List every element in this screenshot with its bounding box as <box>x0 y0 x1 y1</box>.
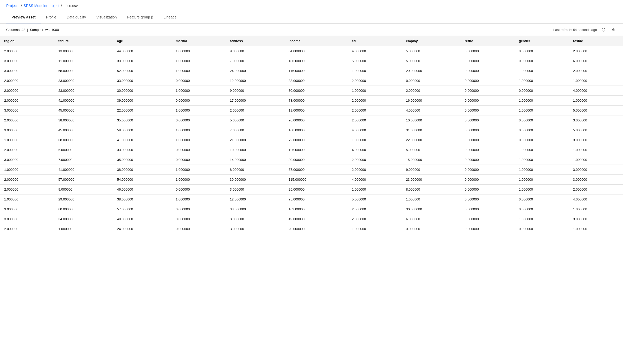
cell-r8-c4: 7.000000 <box>226 125 284 135</box>
col-header-marital: marital <box>171 36 226 46</box>
cell-r2-c10: 2.000000 <box>569 66 623 76</box>
toolbar: Columns: 42 | Sample rows: 1000 Last ref… <box>0 24 623 36</box>
cell-r18-c3: 0.000000 <box>171 224 226 234</box>
cell-r0-c6: 4.000000 <box>348 46 402 56</box>
table-row: 2.00000057.00000054.0000001.00000030.000… <box>0 175 623 185</box>
data-table: regiontenureagemaritaladdressincomeedemp… <box>0 36 623 234</box>
cell-r9-c4: 21.000000 <box>226 135 284 145</box>
cell-r10-c7: 5.000000 <box>402 145 461 155</box>
cell-r10-c4: 10.000000 <box>226 145 284 155</box>
cell-r0-c2: 44.000000 <box>113 46 172 56</box>
cell-r3-c9: 1.000000 <box>515 76 569 86</box>
cell-r15-c9: 0.000000 <box>515 194 569 204</box>
cell-r6-c8: 0.000000 <box>461 106 515 115</box>
cell-r3-c10: 1.000000 <box>569 76 623 86</box>
cell-r11-c1: 7.000000 <box>54 155 113 165</box>
cell-r18-c7: 3.000000 <box>402 224 461 234</box>
cell-r14-c7: 8.000000 <box>402 185 461 194</box>
download-button[interactable] <box>610 26 617 33</box>
table-row: 3.0000007.00000035.0000000.00000014.0000… <box>0 155 623 165</box>
tab-dataquality[interactable]: Data quality <box>61 11 91 23</box>
cell-r16-c7: 30.000000 <box>402 204 461 214</box>
data-table-container: regiontenureagemaritaladdressincomeedemp… <box>0 36 623 234</box>
cell-r16-c10: 1.000000 <box>569 204 623 214</box>
cell-r6-c10: 5.000000 <box>569 106 623 115</box>
cell-r17-c0: 3.000000 <box>0 214 54 224</box>
cell-r8-c2: 59.000000 <box>113 125 172 135</box>
table-row: 2.00000038.00000035.0000000.0000005.0000… <box>0 115 623 125</box>
cell-r6-c5: 19.000000 <box>284 106 348 115</box>
cell-r2-c4: 24.000000 <box>226 66 284 76</box>
breadcrumb-projects[interactable]: Projects <box>6 4 20 8</box>
cell-r14-c0: 2.000000 <box>0 185 54 194</box>
table-row: 1.00000029.00000038.0000001.00000012.000… <box>0 194 623 204</box>
tab-lineage[interactable]: Lineage <box>158 11 182 23</box>
cell-r9-c7: 22.000000 <box>402 135 461 145</box>
table-row: 3.00000068.00000052.0000001.00000024.000… <box>0 66 623 76</box>
cell-r14-c3: 0.000000 <box>171 185 226 194</box>
tab-featuregroup[interactable]: Feature group β <box>122 11 158 23</box>
cell-r18-c9: 0.000000 <box>515 224 569 234</box>
cell-r11-c3: 0.000000 <box>171 155 226 165</box>
tab-visualization[interactable]: Visualization <box>91 11 122 23</box>
cell-r8-c0: 3.000000 <box>0 125 54 135</box>
cell-r12-c1: 41.000000 <box>54 165 113 175</box>
cell-r4-c2: 30.000000 <box>113 86 172 96</box>
cell-r16-c2: 57.000000 <box>113 204 172 214</box>
cell-r1-c0: 3.000000 <box>0 56 54 66</box>
cell-r5-c6: 2.000000 <box>348 96 402 106</box>
cell-r14-c1: 9.000000 <box>54 185 113 194</box>
col-header-reside: reside <box>569 36 623 46</box>
cell-r15-c2: 38.000000 <box>113 194 172 204</box>
columns-value: 42 <box>22 28 25 32</box>
cell-r15-c0: 1.000000 <box>0 194 54 204</box>
cell-r5-c8: 0.000000 <box>461 96 515 106</box>
cell-r7-c10: 3.000000 <box>569 115 623 125</box>
cell-r0-c10: 2.000000 <box>569 46 623 56</box>
cell-r7-c6: 2.000000 <box>348 115 402 125</box>
cell-r18-c8: 0.000000 <box>461 224 515 234</box>
cell-r12-c2: 38.000000 <box>113 165 172 175</box>
cell-r14-c5: 25.000000 <box>284 185 348 194</box>
col-header-income: income <box>284 36 348 46</box>
cell-r15-c7: 1.000000 <box>402 194 461 204</box>
cell-r17-c7: 6.000000 <box>402 214 461 224</box>
cell-r1-c4: 7.000000 <box>226 56 284 66</box>
cell-r2-c5: 116.000000 <box>284 66 348 76</box>
cell-r5-c0: 2.000000 <box>0 96 54 106</box>
cell-r9-c10: 3.000000 <box>569 135 623 145</box>
cell-r15-c8: 0.000000 <box>461 194 515 204</box>
cell-r12-c6: 2.000000 <box>348 165 402 175</box>
cell-r14-c2: 46.000000 <box>113 185 172 194</box>
cell-r0-c5: 64.000000 <box>284 46 348 56</box>
cell-r8-c1: 45.000000 <box>54 125 113 135</box>
cell-r4-c1: 23.000000 <box>54 86 113 96</box>
cell-r4-c8: 0.000000 <box>461 86 515 96</box>
refresh-button[interactable] <box>600 26 607 33</box>
cell-r4-c0: 2.000000 <box>0 86 54 96</box>
cell-r18-c6: 1.000000 <box>348 224 402 234</box>
cell-r14-c6: 1.000000 <box>348 185 402 194</box>
breadcrumb-project[interactable]: SPSS Modeler project <box>23 4 59 8</box>
cell-r15-c3: 1.000000 <box>171 194 226 204</box>
cell-r6-c6: 2.000000 <box>348 106 402 115</box>
cell-r4-c9: 0.000000 <box>515 86 569 96</box>
cell-r16-c4: 38.000000 <box>226 204 284 214</box>
cell-r10-c5: 125.000000 <box>284 145 348 155</box>
cell-r17-c1: 34.000000 <box>54 214 113 224</box>
cell-r17-c10: 3.000000 <box>569 214 623 224</box>
toolbar-meta: Columns: 42 | Sample rows: 1000 <box>6 28 59 32</box>
cell-r1-c9: 0.000000 <box>515 56 569 66</box>
cell-r7-c8: 0.000000 <box>461 115 515 125</box>
tab-preview[interactable]: Preview asset <box>6 11 41 23</box>
cell-r14-c8: 0.000000 <box>461 185 515 194</box>
tab-profile[interactable]: Profile <box>41 11 62 23</box>
col-header-age: age <box>113 36 172 46</box>
cell-r12-c10: 3.000000 <box>569 165 623 175</box>
cell-r16-c1: 60.000000 <box>54 204 113 214</box>
table-row: 3.00000060.00000057.0000000.00000038.000… <box>0 204 623 214</box>
table-row: 1.00000068.00000041.0000001.00000021.000… <box>0 135 623 145</box>
cell-r9-c6: 1.000000 <box>348 135 402 145</box>
cell-r1-c10: 6.000000 <box>569 56 623 66</box>
table-row: 3.00000034.00000048.0000000.0000003.0000… <box>0 214 623 224</box>
